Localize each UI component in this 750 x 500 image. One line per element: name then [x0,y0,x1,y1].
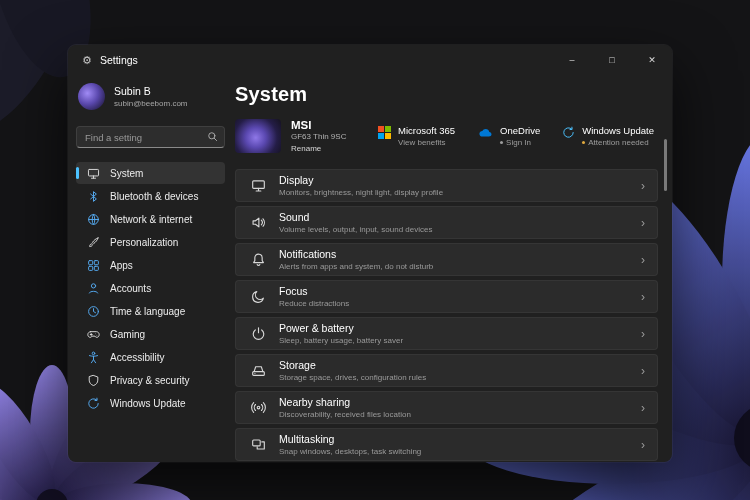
close-button[interactable]: ✕ [632,45,672,75]
status-card-subtitle[interactable]: View benefits [398,138,455,147]
window-title: Settings [100,54,138,66]
settings-row-notifications[interactable]: NotificationsAlerts from apps and system… [235,243,658,276]
status-card-subtitle[interactable]: Attention needed [582,138,654,147]
settings-row-storage[interactable]: StorageStorage space, drives, configurat… [235,354,658,387]
device-header: MSI GF63 Thin 9SC Rename [235,119,658,153]
apps-grid-icon [87,259,100,272]
onedrive-cloud-icon [477,126,493,138]
selected-indicator [76,167,79,179]
chevron-right-icon: › [641,439,645,451]
sidebar-item-windows-update[interactable]: Windows Update [76,392,225,414]
sidebar-item-apps[interactable]: Apps [76,254,225,276]
clock-icon [87,305,100,318]
power-icon [250,326,266,341]
chevron-right-icon: › [641,180,645,192]
sidebar-item-label: Privacy & security [110,375,189,386]
sidebar-item-network-internet[interactable]: Network & internet [76,208,225,230]
focus-crescent-icon [250,289,266,304]
titlebar[interactable]: ⚙ Settings – □ ✕ [68,45,672,75]
game-controller-icon [87,328,100,341]
sidebar-item-accessibility[interactable]: Accessibility [76,346,225,368]
page-title: System [235,83,658,106]
chevron-right-icon: › [641,291,645,303]
sidebar: Subin B subin@beebom.com System B [68,75,235,462]
device-name: MSI [291,119,346,131]
search-box [76,126,225,148]
onedrive-card[interactable]: OneDrive Sign In [477,125,540,147]
sidebar-item-label: Windows Update [110,398,186,409]
bluetooth-icon [87,190,100,203]
minimize-button[interactable]: – [552,45,592,75]
sidebar-item-label: Accounts [110,283,151,294]
settings-row-power-battery[interactable]: Power & batterySleep, battery usage, bat… [235,317,658,350]
windows-update-icon [562,126,575,139]
microsoft-logo [378,126,391,139]
search-input[interactable] [76,126,225,148]
sidebar-item-personalization[interactable]: Personalization [76,231,225,253]
shield-icon [87,374,100,387]
microsoft-365-card[interactable]: Microsoft 365 View benefits [378,125,455,147]
windows-update-icon [87,397,100,410]
globe-icon [87,213,100,226]
rename-button[interactable]: Rename [291,144,346,153]
sidebar-item-label: Accessibility [110,352,164,363]
sidebar-item-time-language[interactable]: Time & language [76,300,225,322]
user-email: subin@beebom.com [114,99,188,108]
device-info: MSI GF63 Thin 9SC Rename [235,119,346,153]
display-icon [250,178,266,193]
sidebar-item-accounts[interactable]: Accounts [76,277,225,299]
status-card-subtitle[interactable]: Sign In [500,138,540,147]
window-controls: – □ ✕ [552,45,672,75]
multitasking-windows-icon [250,437,266,452]
user-name: Subin B [114,85,188,97]
sidebar-item-label: Time & language [110,306,185,317]
settings-list: DisplayMonitors, brightness, night light… [235,169,658,461]
chevron-right-icon: › [641,217,645,229]
status-dot [500,141,503,144]
scrollbar[interactable] [664,139,667,191]
status-card-title: Windows Update [582,125,654,136]
chevron-right-icon: › [641,365,645,377]
sound-icon [250,215,266,230]
nearby-sharing-icon [250,400,266,415]
sidebar-item-label: Personalization [110,237,178,248]
person-icon [87,282,100,295]
maximize-button[interactable]: □ [592,45,632,75]
settings-row-sound[interactable]: SoundVolume levels, output, input, sound… [235,206,658,239]
settings-row-nearby-sharing[interactable]: Nearby sharingDiscoverability, received … [235,391,658,424]
personalization-brush-icon [87,236,100,249]
chevron-right-icon: › [641,254,645,266]
notifications-bell-icon [250,252,266,267]
settings-row-display[interactable]: DisplayMonitors, brightness, night light… [235,169,658,202]
device-model: GF63 Thin 9SC [291,132,346,141]
chevron-right-icon: › [641,328,645,340]
device-thumbnail [235,119,281,153]
sidebar-item-label: System [110,168,143,179]
user-profile[interactable]: Subin B subin@beebom.com [76,79,225,114]
settings-app-icon: ⚙ [82,55,92,66]
settings-row-multitasking[interactable]: MultitaskingSnap windows, desktops, task… [235,428,658,461]
status-card-title: OneDrive [500,125,540,136]
sidebar-item-label: Network & internet [110,214,192,225]
chevron-right-icon: › [641,402,645,414]
status-card-title: Microsoft 365 [398,125,455,136]
sidebar-item-bluetooth-devices[interactable]: Bluetooth & devices [76,185,225,207]
storage-drive-icon [250,363,266,378]
sidebar-item-privacy-security[interactable]: Privacy & security [76,369,225,391]
accessibility-icon [87,351,100,364]
sidebar-item-label: Gaming [110,329,145,340]
attention-dot [582,141,585,144]
sidebar-item-system[interactable]: System [76,162,225,184]
monitor-icon [87,167,100,180]
main-content: System MSI GF63 Thin 9SC Rename [235,75,672,462]
settings-window: ⚙ Settings – □ ✕ Subin B subin@beebom.co… [68,45,672,462]
search-icon [207,131,218,142]
sidebar-item-label: Bluetooth & devices [110,191,198,202]
sidebar-nav: System Bluetooth & devices Network & int… [76,162,225,414]
sidebar-item-gaming[interactable]: Gaming [76,323,225,345]
status-cards: Microsoft 365 View benefits OneDrive Sig… [378,125,654,147]
windows-update-card[interactable]: Windows Update Attention needed [562,125,654,147]
sidebar-item-label: Apps [110,260,133,271]
avatar [78,83,105,110]
settings-row-focus[interactable]: FocusReduce distractions › [235,280,658,313]
